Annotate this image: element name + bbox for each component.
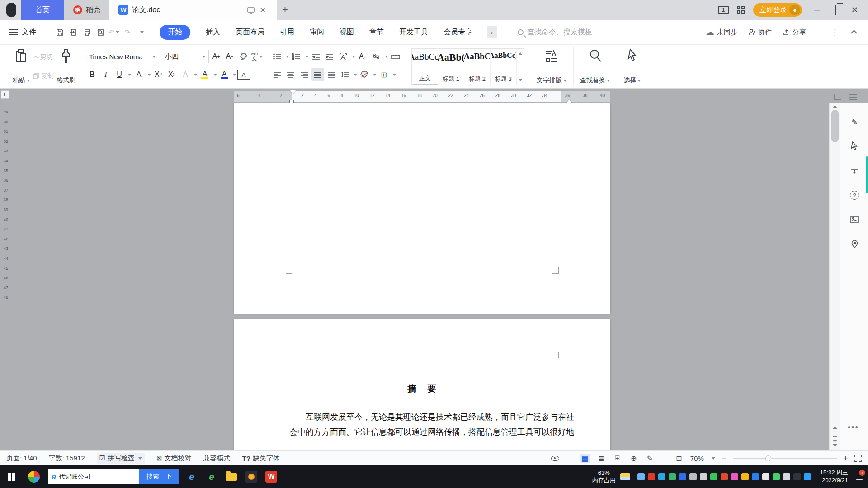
zoom-slider-thumb[interactable] [765,455,771,461]
tab-home[interactable]: 首页 [21,0,64,20]
taskbar-search-button[interactable]: 搜索一下 [139,469,179,484]
gallery-scroll-up-icon[interactable] [519,52,522,55]
tab-docer[interactable]: 稻 稻壳 [64,0,109,20]
monitor-icon[interactable] [247,7,255,13]
gpu-monitor-icon[interactable] [637,473,645,480]
web-layout-icon[interactable]: ⊕ [629,454,639,463]
zoom-slider[interactable] [733,458,837,459]
wrap-button[interactable]: ↹ [370,50,382,63]
align-right-button[interactable] [298,68,311,81]
next-page-icon[interactable] [833,440,837,442]
taskbar-clock[interactable]: 15:32 周三 2022/9/21 [815,469,854,484]
print-icon[interactable] [80,25,94,39]
previous-page-icon[interactable] [833,426,837,429]
document-page-2[interactable]: 摘 要 互联网发展至今，无论是其理论还是技术都已经成熟，而且它广泛参与在社会中的… [234,319,610,450]
tim-qq-icon[interactable] [658,473,665,480]
highlight-dropdown-icon[interactable] [213,74,217,76]
apps-grid-icon[interactable] [737,6,745,14]
tab-ruler-button[interactable] [389,50,402,63]
font-name-select[interactable]: Times New Roma [86,50,159,63]
tab-view[interactable]: 视图 [340,28,354,37]
tab-section[interactable]: 章节 [369,28,384,37]
borders-button[interactable]: ⊞ [377,68,390,81]
sort-button[interactable]: A↓ [356,50,369,63]
write-mode-icon[interactable]: ✎ [645,454,655,463]
select-browse-object-icon[interactable] [833,432,837,437]
green-app-icon[interactable] [669,473,676,480]
superscript-button[interactable]: X2 [152,68,165,81]
align-left-button[interactable] [271,68,283,81]
undo-dropdown-icon[interactable] [116,31,119,33]
pinyin-guide-icon[interactable]: wén文 [250,50,263,63]
tab-document[interactable]: W 论文.doc ✕ [109,0,277,20]
style-heading3[interactable]: AaBbCc] 标题 3 [491,49,517,85]
network-signal-icon[interactable] [689,473,697,480]
red-dot-icon[interactable] [721,473,728,480]
close-button[interactable]: ✕ [848,5,862,15]
increase-indent-button[interactable] [323,50,336,63]
game-app-icon[interactable] [241,465,261,488]
collab-button[interactable]: 协作 [745,28,775,37]
first-line-indent-marker[interactable] [290,90,296,94]
subscript-button[interactable]: X2 [165,68,178,81]
restore-button[interactable] [831,5,840,15]
tab-start[interactable]: 开始 [160,25,190,40]
increase-font-icon[interactable]: A+ [210,50,222,63]
file-explorer-icon[interactable] [222,465,241,488]
save-icon[interactable] [53,25,66,39]
taskbar-search-box[interactable]: e 代记账公司 搜索一下 [48,469,179,484]
wrap-dropdown-icon[interactable] [385,56,388,58]
action-center-button[interactable]: 7 [854,465,865,488]
export-icon[interactable] [66,25,80,39]
document-page-1[interactable] [234,103,610,314]
proofread-button[interactable]: ⊠ 文档校对 [156,454,192,463]
distribute-button[interactable] [325,68,338,81]
file-menu[interactable]: 文件 [22,28,36,37]
pink-app-icon[interactable] [731,473,738,480]
hamburger-icon[interactable] [9,29,18,35]
fullscreen-icon[interactable] [854,455,862,462]
style-heading2[interactable]: AaBbC 标题 2 [464,49,491,85]
document-canvas[interactable]: 2930313233343536373839404142434445464748… [0,103,829,450]
align-center-button[interactable] [284,68,297,81]
bullet-dropdown-icon[interactable] [286,56,289,58]
numbered-list-button[interactable]: 123 [290,50,303,63]
tab-insert[interactable]: 插入 [206,28,220,37]
wps-taskbar-icon[interactable]: W [261,465,281,488]
font-color-button[interactable]: A [218,68,231,81]
tabstop-selector[interactable]: L [1,90,9,99]
memory-widget[interactable]: 63% 内存占用 [588,469,620,484]
new-tab-button[interactable]: + [282,4,288,16]
format-painter-button[interactable]: 格式刷 [54,47,78,85]
phone-link-icon[interactable] [762,473,769,480]
red-app-icon[interactable] [648,473,655,480]
quark-q-icon[interactable] [804,473,811,480]
volume-icon[interactable] [783,473,790,480]
bluetooth-icon[interactable] [752,473,759,480]
single-window-icon[interactable]: 1 [718,6,729,14]
workbench-toggle[interactable] [6,3,16,17]
bullet-list-button[interactable] [271,50,283,63]
compat-mode[interactable]: 兼容模式 [203,454,231,463]
start-button[interactable] [0,465,23,488]
zoom-in-icon[interactable]: + [843,453,848,463]
undo-icon[interactable]: ↶ [107,25,121,39]
borders-dropdown-icon[interactable] [392,74,396,76]
numbered-dropdown-icon[interactable] [305,56,309,58]
shading-dropdown-icon[interactable] [373,74,377,76]
fit-page-icon[interactable]: ⊡ [674,454,684,463]
input-method-icon[interactable] [793,473,801,480]
left-indent-marker[interactable] [289,100,294,103]
missing-font-button[interactable]: T? 缺失字体 [242,454,280,463]
read-layout-icon[interactable]: ⌹ [613,454,623,463]
word-count[interactable]: 字数: 15912 [49,454,85,463]
scroll-up-icon[interactable] [833,105,837,108]
security-shield-icon[interactable] [679,473,686,480]
zoom-level[interactable]: 70% [690,455,704,462]
navigation-pane-icon[interactable] [849,94,857,100]
spacing-tool-icon[interactable] [849,166,860,178]
style-heading1[interactable]: AaBb( 标题 1 [438,49,464,85]
abstract-heading[interactable]: 摘 要 [234,383,610,395]
page-indicator[interactable]: 页面: 1/40 [6,454,37,463]
tab-close-icon[interactable]: ✕ [258,6,268,14]
